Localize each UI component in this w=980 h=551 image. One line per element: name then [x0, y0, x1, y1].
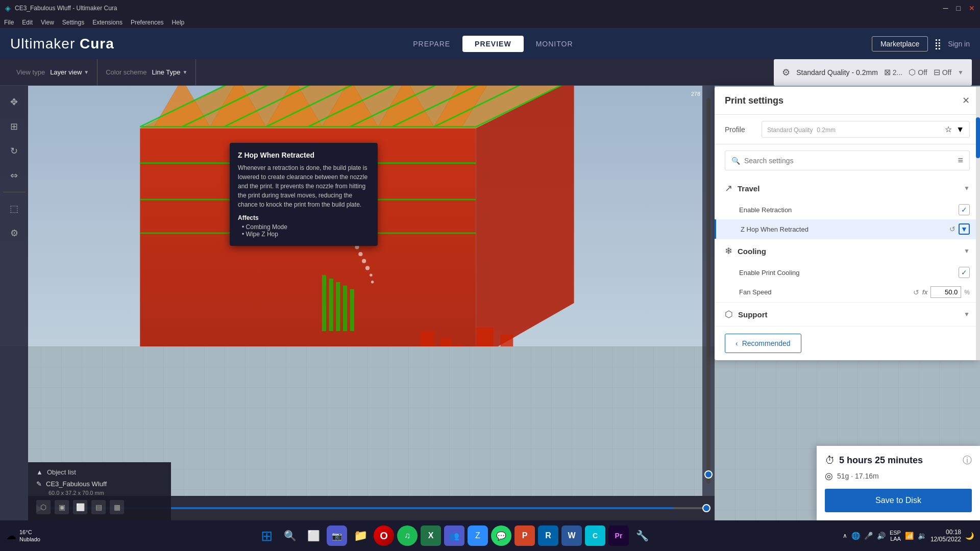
support-tool[interactable]: ⚙: [4, 223, 24, 243]
wifi-icon[interactable]: 📶: [905, 532, 914, 540]
marketplace-button[interactable]: Marketplace: [872, 36, 928, 52]
quality-chevron[interactable]: ▼: [958, 69, 964, 76]
close-button[interactable]: ✕: [969, 4, 975, 12]
menu-settings[interactable]: Settings: [62, 19, 84, 26]
adhesion-control[interactable]: ⊟ Off: [934, 67, 951, 77]
vertical-layer-slider[interactable]: 278: [702, 86, 715, 496]
quality-label[interactable]: Standard Quality - 0.2mm: [796, 68, 878, 77]
minimize-button[interactable]: ─: [943, 4, 948, 12]
datetime[interactable]: 00:18 12/05/2022: [930, 529, 961, 543]
color-scheme-select[interactable]: Line Type ▼: [152, 68, 187, 76]
view-type-select[interactable]: Layer view ▼: [50, 68, 89, 76]
menu-help[interactable]: Help: [172, 19, 185, 26]
scrollbar-thumb[interactable]: [976, 117, 980, 158]
menu-file[interactable]: File: [4, 19, 14, 26]
fan-speed-label: Fan Speed: [739, 288, 909, 296]
star-icon[interactable]: ☆: [945, 124, 952, 134]
maximize-button[interactable]: □: [957, 4, 961, 12]
fan-speed-input[interactable]: [930, 286, 961, 298]
travel-header[interactable]: ↗ Travel ▼: [715, 177, 980, 200]
sound-icon[interactable]: 🔉: [918, 532, 926, 540]
rotate-tool[interactable]: ↻: [4, 141, 24, 161]
premiere-icon[interactable]: Pr: [608, 525, 629, 546]
spotify-icon[interactable]: ♫: [397, 525, 418, 546]
nav-monitor[interactable]: MONITOR: [524, 36, 585, 52]
right-view-icon[interactable]: ▦: [110, 500, 124, 514]
front-view-icon[interactable]: ▣: [55, 500, 69, 514]
tooltip-title: Z Hop When Retracted: [238, 151, 370, 159]
menu-view[interactable]: View: [41, 19, 54, 26]
revit-icon[interactable]: R: [538, 525, 558, 546]
perspective-icon[interactable]: ⬡: [36, 500, 51, 514]
settings-scrollbar[interactable]: [976, 87, 980, 360]
slider-thumb[interactable]: [704, 470, 713, 479]
menu-extensions[interactable]: Extensions: [92, 19, 122, 26]
svg-rect-55: [336, 282, 340, 331]
info-icon[interactable]: ⓘ: [963, 454, 972, 466]
cura2-icon[interactable]: 🔧: [632, 525, 652, 546]
chevron-up-sys[interactable]: ∧: [843, 532, 847, 539]
network-icon[interactable]: 🌐: [851, 532, 860, 540]
menu-icon[interactable]: ≡: [958, 155, 963, 166]
search-input[interactable]: [744, 157, 953, 165]
excel-icon[interactable]: X: [421, 525, 441, 546]
z-hop-reset[interactable]: ↺: [949, 225, 955, 233]
grid-icon[interactable]: ⣿: [934, 38, 942, 50]
mirror-tool[interactable]: ⇔: [4, 165, 24, 186]
z-hop-checkbox[interactable]: ▼: [959, 223, 970, 235]
word-icon[interactable]: W: [561, 525, 582, 546]
start-button[interactable]: ⊞: [256, 525, 277, 546]
search-button[interactable]: 🔍: [280, 525, 300, 546]
move-tool[interactable]: ✥: [4, 92, 24, 112]
adhesion-icon: ⊟: [934, 67, 940, 77]
nav-preview[interactable]: PREVIEW: [462, 36, 524, 52]
layer-tool[interactable]: ⬚: [4, 198, 24, 219]
menu-edit[interactable]: Edit: [22, 19, 33, 26]
object-list-header[interactable]: ▲ Object list: [36, 468, 163, 476]
cooling-header[interactable]: ❄ Cooling ▼: [715, 239, 980, 263]
settings-search[interactable]: 🔍 ≡: [725, 151, 970, 170]
profile-icons: ☆ ▼: [945, 124, 964, 134]
signin-link[interactable]: Sign in: [948, 40, 970, 48]
profile-chevron[interactable]: ▼: [956, 125, 964, 134]
scale-tool[interactable]: ⊞: [4, 116, 24, 137]
support-control[interactable]: ⬡ Off: [909, 67, 927, 77]
volume-icon[interactable]: 🔊: [877, 532, 886, 540]
cura-icon[interactable]: C: [585, 525, 605, 546]
color-scheme-label: Color scheme: [106, 68, 146, 76]
notifications-icon[interactable]: 🌙: [965, 532, 974, 540]
teams-icon[interactable]: 👥: [444, 525, 464, 546]
task-view-button[interactable]: ⬜: [303, 525, 324, 546]
recommended-button[interactable]: ‹ Recommended: [725, 334, 801, 353]
object-item[interactable]: ✎ CE3_Fabulous Wluff: [36, 480, 163, 488]
fan-speed-fx[interactable]: fx: [922, 289, 928, 296]
whatsapp-icon[interactable]: 💬: [491, 525, 511, 546]
save-button[interactable]: Save to Disk: [825, 489, 972, 512]
print-time: 5 hours 25 minutes: [839, 455, 923, 466]
file-explorer-icon[interactable]: 📁: [350, 525, 371, 546]
enable-cooling-checkbox[interactable]: ✓: [959, 267, 970, 278]
infill-control[interactable]: ⊠ 2...: [884, 67, 902, 77]
print-settings-close[interactable]: ✕: [962, 95, 970, 106]
time-display: 00:18: [930, 529, 961, 536]
z-hop-control: ↺ ▼: [949, 223, 970, 235]
color-scheme-chevron: ▼: [183, 69, 188, 75]
enable-retraction-control: ✓: [959, 204, 970, 215]
powerpoint-icon[interactable]: P: [514, 525, 535, 546]
timeline-thumb[interactable]: [702, 504, 710, 512]
menu-preferences[interactable]: Preferences: [131, 19, 164, 26]
nav-prepare[interactable]: PREPARE: [401, 36, 462, 52]
mic-icon[interactable]: 🎤: [864, 532, 873, 540]
teams-meet-icon[interactable]: 📷: [327, 525, 347, 546]
zoom-icon[interactable]: Z: [468, 525, 488, 546]
header-right: Marketplace ⣿ Sign in: [872, 36, 970, 52]
slider-track[interactable]: [706, 98, 710, 484]
support-icon-ps: ⬡: [725, 309, 733, 320]
top-view-icon[interactable]: ⬜: [73, 500, 87, 514]
enable-retraction-checkbox[interactable]: ✓: [959, 204, 970, 215]
profile-select[interactable]: Standard Quality 0.2mm ☆ ▼: [762, 121, 970, 138]
support-header[interactable]: ⬡ Support ▼: [715, 303, 980, 326]
left-view-icon[interactable]: ▤: [91, 500, 106, 514]
fan-speed-reset[interactable]: ↺: [913, 288, 919, 296]
opera-icon[interactable]: O: [374, 525, 394, 546]
